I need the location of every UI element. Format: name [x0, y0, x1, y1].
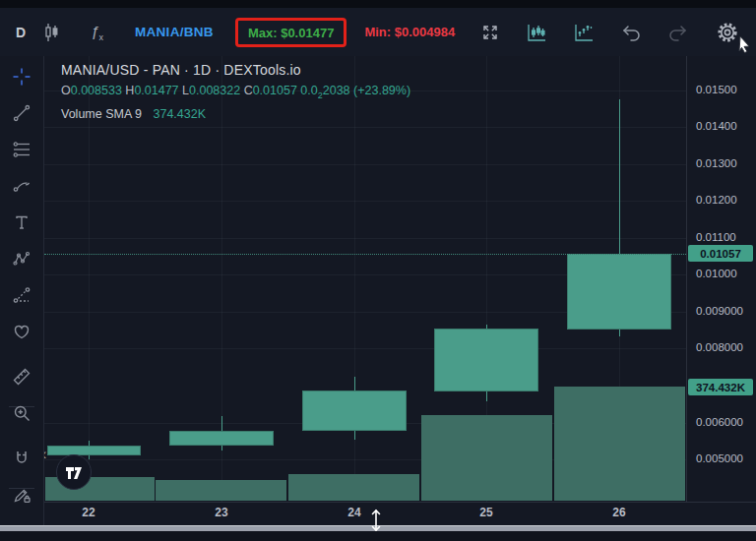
high-value: 0.01477	[134, 84, 178, 97]
candle	[169, 431, 274, 446]
xabcd-pattern-icon	[12, 249, 32, 269]
window-top-strip	[0, 0, 756, 8]
volume-label: Volume SMA 9	[61, 107, 142, 121]
scroll-left-icon[interactable]: ‹	[44, 446, 46, 463]
price-tick: 0.005000	[696, 452, 743, 464]
sidebar-tool-brush[interactable]	[0, 171, 43, 201]
open-value: 0.008533	[71, 84, 122, 97]
volume-bar	[554, 387, 685, 501]
volume-value: 374.432K	[153, 107, 206, 121]
price-tick: 0.01200	[696, 194, 737, 206]
toolbar-right-group	[461, 16, 746, 49]
sidebar-tool-emoji-heart[interactable]	[0, 317, 43, 346]
candles-chart-button[interactable]	[520, 19, 553, 46]
sidebar-tool-crosshair[interactable]	[0, 62, 43, 91]
sidebar-tool-forecast[interactable]	[0, 280, 43, 310]
h-gridline	[44, 348, 686, 349]
h-gridline	[44, 127, 686, 128]
top-toolbar: D ƒx MANIA/BNB Max: $0.01477 Min: $0.004…	[0, 8, 756, 56]
sidebar-tool-zoom-in[interactable]	[0, 398, 43, 428]
chart-app: D ƒx MANIA/BNB Max: $0.01477 Min: $0.004…	[0, 0, 756, 541]
settings-button[interactable]	[709, 16, 746, 49]
sidebar-tool-ruler[interactable]	[0, 362, 43, 391]
price-tick: 0.01300	[696, 157, 737, 169]
mouse-cursor-icon	[738, 35, 752, 53]
axis-resize-handle[interactable]	[368, 508, 384, 533]
volume-bar	[288, 474, 419, 501]
gear-icon	[715, 20, 740, 45]
sidebar-tool-magnet[interactable]	[0, 444, 43, 473]
time-tick: 23	[215, 506, 227, 519]
h-gridline	[44, 238, 686, 239]
volume-row: Volume SMA 9 374.432K	[61, 107, 410, 121]
bottom-strip	[0, 531, 756, 541]
min-price-label: Min: $0.004984	[364, 25, 455, 39]
indicators-fx-icon: ƒx	[91, 23, 103, 42]
brush-icon	[12, 176, 32, 196]
h-gridline	[44, 201, 686, 202]
low-value: 0.008322	[189, 84, 240, 97]
sidebar-tool-xabcd-pattern[interactable]	[0, 244, 43, 273]
price-tick: 0.01400	[696, 120, 737, 132]
price-tick: 0.009000	[696, 305, 743, 317]
sidebar-tool-trend-line[interactable]	[0, 98, 43, 128]
chart-title: MANIA/USD - PAN · 1D · DEXTools.io	[61, 62, 410, 78]
crosshair-icon	[12, 67, 32, 87]
drawing-toolbar	[0, 56, 44, 525]
close-value: 0.01057	[253, 84, 297, 97]
zoom-in-icon	[12, 403, 32, 423]
price-tick: 0.008000	[696, 341, 743, 353]
sidebar-tool-lock-drawings[interactable]	[0, 480, 43, 510]
sidebar-tool-fib-retracement[interactable]	[0, 135, 43, 164]
ohlc-row: O0.008533 H0.01477 L0.008322 C0.01057 0.…	[61, 84, 410, 100]
candle	[434, 329, 538, 391]
price-tick: 0.01000	[696, 268, 737, 279]
timeframe-button[interactable]: D	[6, 21, 35, 44]
redo-button[interactable]	[662, 20, 695, 45]
volume-bar	[156, 480, 286, 501]
redo-icon	[667, 24, 689, 41]
candle	[302, 391, 407, 431]
forecast-icon	[12, 285, 32, 305]
price-tick: 0.006000	[696, 416, 743, 428]
max-price-label: Max: $0.01477	[248, 26, 334, 40]
tradingview-logo[interactable]	[56, 454, 92, 490]
indicators-button[interactable]: ƒx	[67, 19, 121, 46]
candle-style-icon	[41, 22, 61, 43]
undo-button[interactable]	[614, 20, 648, 45]
time-axis[interactable]: 2223242526	[44, 502, 756, 521]
candle	[567, 254, 671, 330]
time-tick: 26	[612, 506, 625, 519]
toolbar-left-group: D ƒx MANIA/BNB Max: $0.01477 Min: $0.004…	[6, 18, 455, 47]
baseline-chart-button[interactable]	[567, 19, 600, 46]
trend-line-icon	[12, 103, 32, 123]
chart-pane[interactable]: MANIA/USD - PAN · 1D · DEXTools.io O0.00…	[44, 56, 686, 502]
sidebar-tool-text[interactable]	[0, 208, 43, 237]
h-gridline	[44, 164, 686, 165]
volume-bar	[421, 415, 552, 501]
v-gridline	[89, 56, 90, 502]
fib-retracement-icon	[12, 140, 32, 159]
text-icon	[12, 212, 32, 232]
price-tick: 0.01500	[696, 84, 737, 95]
lock-drawings-icon	[12, 485, 32, 505]
baseline-chart-icon	[573, 23, 595, 42]
emoji-heart-icon	[12, 322, 32, 341]
last-volume-badge: 374.432K	[688, 379, 753, 395]
price-axis[interactable]: 0.01057 374.432K 0.015000.014000.013000.…	[686, 56, 756, 521]
candle-style-button[interactable]	[35, 18, 67, 47]
price-tick: 0.01100	[696, 231, 736, 243]
fullscreen-button[interactable]	[474, 19, 506, 46]
magnet-icon	[12, 449, 32, 468]
last-price-line	[44, 254, 686, 255]
chart-legend: MANIA/USD - PAN · 1D · DEXTools.io O0.00…	[61, 62, 410, 121]
expand-icon	[480, 23, 500, 42]
time-tick: 22	[82, 506, 94, 519]
undo-icon	[620, 24, 642, 41]
max-highlight-box: Max: $0.01477	[235, 18, 346, 47]
ticker-button[interactable]: MANIA/BNB	[129, 21, 220, 43]
time-tick: 25	[479, 506, 492, 519]
change-value: 0.022038	[300, 84, 349, 97]
candles-chart-icon	[526, 23, 547, 42]
change-percent: (+23.89%)	[353, 84, 410, 97]
